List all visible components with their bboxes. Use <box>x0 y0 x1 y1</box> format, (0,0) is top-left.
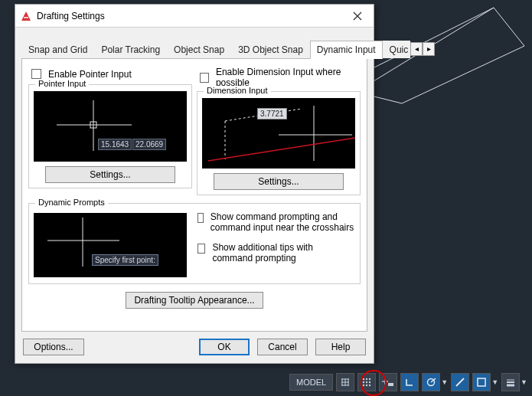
tab-scroll-left[interactable]: ◂ <box>410 42 423 56</box>
lineweight-toggle-icon[interactable] <box>501 373 520 391</box>
dim-value-box: 3.7721 <box>257 108 287 119</box>
svg-point-22 <box>369 385 370 386</box>
svg-point-14 <box>363 378 364 380</box>
show-cmd-input[interactable] <box>197 213 204 223</box>
tab-scroll-right[interactable]: ▸ <box>423 42 435 56</box>
dialog-title: Drafting Settings <box>37 11 346 21</box>
svg-point-18 <box>366 381 367 383</box>
dynamic-prompts-preview: Specify first point: <box>34 213 187 277</box>
dimension-input-legend: Dimension Input <box>204 86 271 95</box>
help-button[interactable]: Help <box>315 339 366 355</box>
show-tips-checkbox[interactable]: Show additional tips with command prompt… <box>194 242 355 263</box>
enable-dim-input[interactable] <box>200 73 209 83</box>
dimension-input-preview: 3.7721 <box>202 98 355 169</box>
svg-point-20 <box>363 385 364 386</box>
osnap-toggle-icon[interactable] <box>472 373 491 391</box>
status-bar: MODEL ▼ ▼ ▼ <box>285 371 532 393</box>
isodraft-toggle-icon[interactable] <box>451 373 469 391</box>
grid-toggle-icon[interactable] <box>336 373 354 391</box>
show-cmd-label: Show command prompting and command input… <box>211 211 355 233</box>
svg-point-17 <box>363 381 364 383</box>
prompt-text-box: Specify first point: <box>92 254 158 266</box>
pointer-input-legend: Pointer Input <box>35 79 89 88</box>
tab-polar-tracking[interactable]: Polar Tracking <box>94 41 167 58</box>
svg-rect-25 <box>388 383 393 386</box>
autocad-icon <box>20 10 32 22</box>
polar-dropdown-icon[interactable]: ▼ <box>441 378 448 386</box>
pointer-coord-y: 22.0669 <box>132 139 166 150</box>
tab-snap-and-grid[interactable]: Snap and Grid <box>21 41 94 58</box>
tooltip-appearance-button[interactable]: Drafting Tooltip Appearance... <box>126 292 263 309</box>
osnap-dropdown-icon[interactable]: ▼ <box>491 378 498 386</box>
svg-rect-29 <box>478 378 485 386</box>
show-cmd-checkbox[interactable]: Show command prompting and command input… <box>194 211 355 233</box>
show-tips-input[interactable] <box>197 244 205 254</box>
svg-point-21 <box>366 385 367 386</box>
svg-point-15 <box>366 378 367 380</box>
svg-point-19 <box>369 381 370 383</box>
enable-pointer-input[interactable] <box>31 69 41 79</box>
model-space-button[interactable]: MODEL <box>289 374 333 391</box>
svg-line-28 <box>456 378 464 386</box>
pointer-input-group: Pointer Input 15.1643 22.0669 Settings..… <box>28 84 192 188</box>
svg-point-16 <box>369 378 370 380</box>
titlebar[interactable]: Drafting Settings <box>15 5 374 28</box>
pointer-settings-button[interactable]: Settings... <box>45 166 175 183</box>
dynamic-prompts-group: Dynamic Prompts Specify first point: Sho… <box>28 203 361 284</box>
tab-strip: Snap and Grid Polar Tracking Object Snap… <box>21 40 367 59</box>
tab-content: Enable Pointer Input Pointer Input 15.16… <box>21 59 367 332</box>
snap-toggle-icon[interactable] <box>357 373 376 391</box>
cancel-button[interactable]: Cancel <box>257 339 308 355</box>
dynamic-input-toggle-icon[interactable] <box>379 373 397 391</box>
dimension-input-group: Dimension Input 3.7721 Settings... <box>197 91 361 195</box>
tab-3d-object-snap[interactable]: 3D Object Snap <box>231 41 310 58</box>
enable-dim-label: Enable Dimension Input where possible <box>216 67 361 88</box>
show-tips-label: Show additional tips with command prompt… <box>212 242 355 263</box>
lineweight-dropdown-icon[interactable]: ▼ <box>521 378 527 386</box>
pointer-input-preview: 15.1643 22.0669 <box>34 91 187 162</box>
drafting-settings-dialog: Drafting Settings Snap and Grid Polar Tr… <box>15 4 374 364</box>
tab-dynamic-input[interactable]: Dynamic Input <box>310 41 383 59</box>
polar-tracking-toggle-icon[interactable] <box>422 373 440 391</box>
ok-button[interactable]: OK <box>199 339 250 355</box>
dynamic-prompts-legend: Dynamic Prompts <box>35 198 108 207</box>
tab-object-snap[interactable]: Object Snap <box>167 41 231 58</box>
dialog-footer: Options... OK Cancel Help <box>23 339 366 355</box>
options-button[interactable]: Options... <box>23 339 84 355</box>
pointer-coord-x: 15.1643 <box>98 139 132 150</box>
close-button[interactable] <box>346 6 369 26</box>
ortho-toggle-icon[interactable] <box>400 373 419 391</box>
tab-quick-props[interactable]: Quic <box>383 41 411 58</box>
dimension-settings-button[interactable]: Settings... <box>214 173 344 190</box>
enable-pointer-label: Enable Pointer Input <box>48 69 132 80</box>
enable-dim-checkbox[interactable]: Enable Dimension Input where possible <box>197 67 361 88</box>
